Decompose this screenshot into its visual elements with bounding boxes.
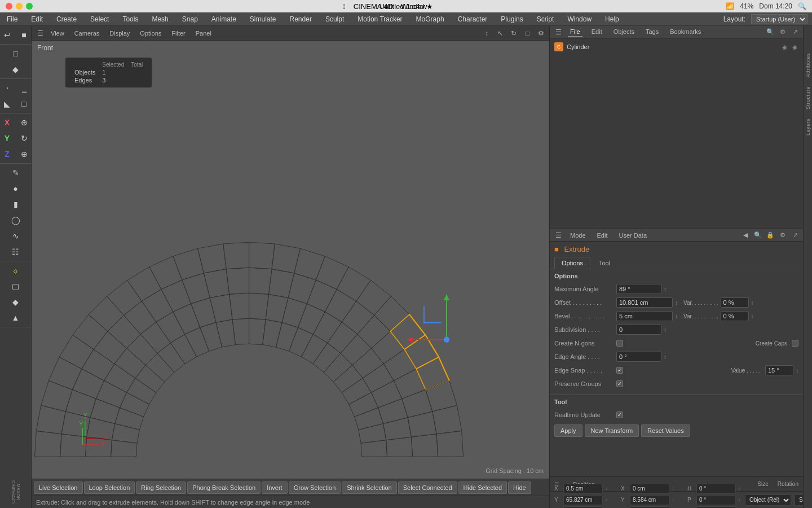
- menu-sculpt[interactable]: Sculpt: [323, 14, 346, 24]
- attributes-tab[interactable]: Attributes: [804, 49, 812, 82]
- cube-tool[interactable]: ▮: [8, 197, 23, 212]
- minimize-button[interactable]: [16, 3, 23, 10]
- visibility-editor-icon[interactable]: ◉: [780, 43, 788, 51]
- menu-edit[interactable]: Edit: [29, 14, 45, 24]
- tab-edit-props[interactable]: Edit: [595, 231, 610, 240]
- tab-mode[interactable]: Mode: [568, 231, 588, 240]
- y-size-spinner[interactable]: ↕: [672, 497, 674, 502]
- extrude-tab-options[interactable]: Options: [554, 257, 590, 269]
- settings-props-icon[interactable]: ⚙: [778, 231, 787, 240]
- y-pos-input[interactable]: [563, 495, 603, 505]
- menu-window[interactable]: Window: [565, 14, 594, 24]
- menu-script[interactable]: Script: [535, 14, 557, 24]
- reset-values-button[interactable]: Reset Values: [641, 424, 690, 437]
- snap-value-spinner[interactable]: ↕: [796, 367, 798, 374]
- y-pos-spinner[interactable]: ↕: [605, 497, 607, 502]
- x-size-input[interactable]: [630, 484, 669, 494]
- x-axis[interactable]: X: [0, 115, 15, 130]
- menu-help[interactable]: Help: [603, 14, 621, 24]
- b-rot-input[interactable]: [696, 506, 736, 509]
- offset-var-spinner[interactable]: ↕: [751, 300, 754, 306]
- vp-tab-options[interactable]: Options: [138, 29, 164, 38]
- expand-props-icon[interactable]: ↗: [791, 231, 800, 240]
- vp-rotate-icon[interactable]: ↻: [509, 28, 519, 38]
- live-select[interactable]: □: [17, 97, 32, 111]
- select-connected-btn[interactable]: Select Connected: [398, 481, 457, 494]
- apply-button[interactable]: Apply: [554, 424, 582, 437]
- points-mode[interactable]: ⋅: [0, 81, 15, 95]
- scene-tool[interactable]: ◆: [8, 295, 23, 309]
- tab-tags[interactable]: Tags: [643, 27, 661, 37]
- preserve-groups-checkbox[interactable]: [616, 380, 623, 387]
- x-size-spinner[interactable]: ↕: [672, 486, 674, 491]
- settings-panel-icon[interactable]: ⚙: [778, 28, 787, 37]
- menu-plugins[interactable]: Plugins: [498, 14, 525, 24]
- camera-tool[interactable]: ▢: [8, 279, 23, 294]
- tab-bookmarks[interactable]: Bookmarks: [668, 27, 703, 37]
- obj-row-cylinder[interactable]: C Cylinder ◉ ◉: [552, 41, 801, 53]
- mode-toggle[interactable]: ■: [17, 28, 32, 42]
- offset-spinner[interactable]: ↕: [675, 300, 678, 306]
- structure-tab[interactable]: Structure: [804, 82, 812, 114]
- subdivision-spinner[interactable]: ↕: [664, 327, 667, 333]
- hide-btn[interactable]: Hide: [508, 481, 531, 494]
- hide-selected-btn[interactable]: Hide Selected: [458, 481, 508, 494]
- edge-angle-spinner[interactable]: ↕: [664, 354, 667, 360]
- traffic-lights[interactable]: [6, 3, 33, 10]
- vp-settings-icon[interactable]: ⚙: [536, 28, 546, 38]
- tab-edit[interactable]: Edit: [589, 27, 604, 37]
- new-transform-button[interactable]: New Transform: [585, 424, 639, 437]
- edge-snap-checkbox[interactable]: [616, 367, 623, 374]
- scale-tool[interactable]: ⊕: [17, 147, 32, 161]
- z-pos-input[interactable]: [563, 506, 603, 509]
- fx-tool[interactable]: ▲: [8, 310, 23, 325]
- move-tool[interactable]: ⊕: [17, 115, 32, 130]
- back-icon[interactable]: ◀: [741, 231, 750, 240]
- paint-tool[interactable]: ●: [8, 181, 23, 196]
- realtime-update-checkbox[interactable]: [616, 411, 623, 418]
- snap-value-input[interactable]: [765, 365, 793, 375]
- vp-tab-view[interactable]: View: [48, 29, 67, 38]
- lock-icon[interactable]: 🔒: [766, 231, 775, 240]
- max-angle-spinner[interactable]: ↕: [664, 286, 667, 292]
- polys-mode[interactable]: ◣: [0, 97, 15, 111]
- grow-selection-btn[interactable]: Grow Selection: [289, 481, 341, 494]
- y-axis[interactable]: Y: [0, 131, 15, 146]
- vp-zoom-icon[interactable]: ↖: [495, 28, 505, 38]
- vp-move-icon[interactable]: ↕: [482, 28, 492, 38]
- bevel-var-input[interactable]: [721, 311, 749, 321]
- tab-objects[interactable]: Objects: [611, 27, 637, 37]
- vp-tab-panel[interactable]: Panel: [193, 29, 214, 38]
- menu-animate[interactable]: Animate: [209, 14, 239, 24]
- edges-mode[interactable]: ⎯: [17, 81, 32, 95]
- menu-character[interactable]: Character: [456, 14, 490, 24]
- h-rot-spinner[interactable]: ↕: [738, 486, 740, 491]
- phong-break-selection-btn[interactable]: Phong Break Selection: [187, 481, 261, 494]
- p-rot-spinner[interactable]: ↕: [738, 497, 740, 502]
- edge-angle-input[interactable]: [616, 352, 661, 362]
- menu-snap[interactable]: Snap: [180, 14, 200, 24]
- visibility-render-icon[interactable]: ◉: [791, 43, 798, 51]
- array-tool[interactable]: ☷: [8, 244, 23, 259]
- y-size-input[interactable]: [630, 495, 669, 505]
- menu-mesh[interactable]: Mesh: [149, 14, 170, 24]
- vp-tab-display[interactable]: Display: [107, 29, 132, 38]
- menu-motion-tracker[interactable]: Motion Tracker: [355, 14, 404, 24]
- expand-panel-icon[interactable]: ↗: [791, 28, 800, 37]
- bevel-input[interactable]: [616, 311, 673, 321]
- search-panel-icon[interactable]: 🔍: [766, 28, 775, 37]
- loop-selection-btn[interactable]: Loop Selection: [84, 481, 135, 494]
- pen-tool[interactable]: ✎: [8, 165, 23, 180]
- texture-mode[interactable]: ◆: [8, 62, 23, 77]
- layout-selector[interactable]: Layout: Startup (User): [723, 14, 807, 24]
- coord-system-dropdown[interactable]: Object (Rel): [745, 494, 791, 506]
- rotate-tool[interactable]: ↻: [17, 131, 32, 146]
- menu-mograph[interactable]: MoGraph: [414, 14, 447, 24]
- nurbs-tool[interactable]: ∿: [8, 229, 23, 243]
- shrink-selection-btn[interactable]: Shrink Selection: [342, 481, 397, 494]
- layers-tab[interactable]: Layers: [804, 114, 812, 140]
- extrude-tab-tool[interactable]: Tool: [592, 257, 617, 269]
- caps-checkbox[interactable]: [792, 340, 798, 347]
- maximize-button[interactable]: [26, 3, 33, 10]
- menu-create[interactable]: Create: [54, 14, 79, 24]
